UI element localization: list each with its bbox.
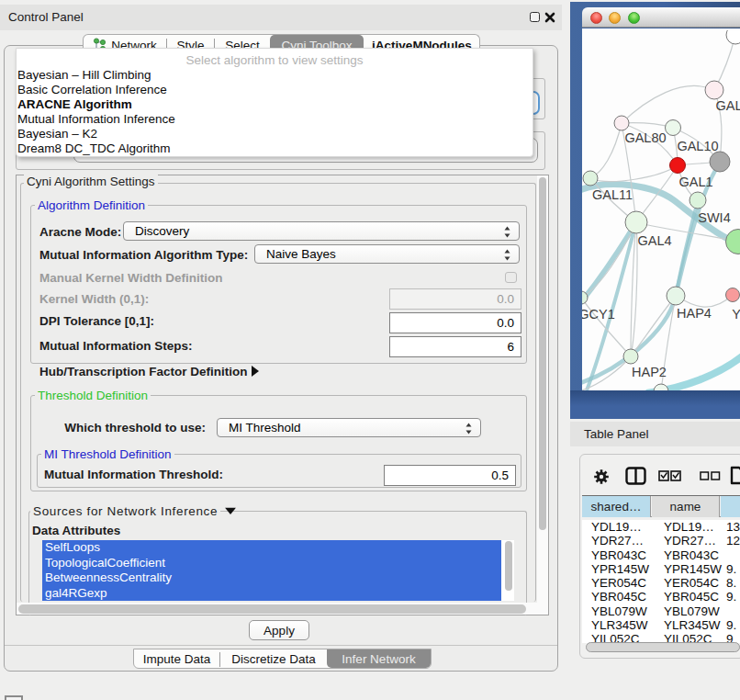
svg-text:GAL80: GAL80	[624, 130, 666, 145]
svg-text:GAL4: GAL4	[637, 233, 671, 248]
svg-text:GAL1: GAL1	[678, 175, 712, 189]
svg-text:GAL11: GAL11	[592, 187, 633, 202]
svg-text:HAP4: HAP4	[677, 306, 712, 321]
svg-text:SWI4: SWI4	[698, 210, 730, 225]
svg-text:GAL: GAL	[715, 98, 740, 113]
svg-text:HAP2: HAP2	[632, 365, 667, 379]
svg-text:GCY1: GCY1	[582, 307, 615, 322]
svg-text:Y: Y	[732, 307, 740, 322]
svg-text:GAL10: GAL10	[677, 139, 718, 153]
